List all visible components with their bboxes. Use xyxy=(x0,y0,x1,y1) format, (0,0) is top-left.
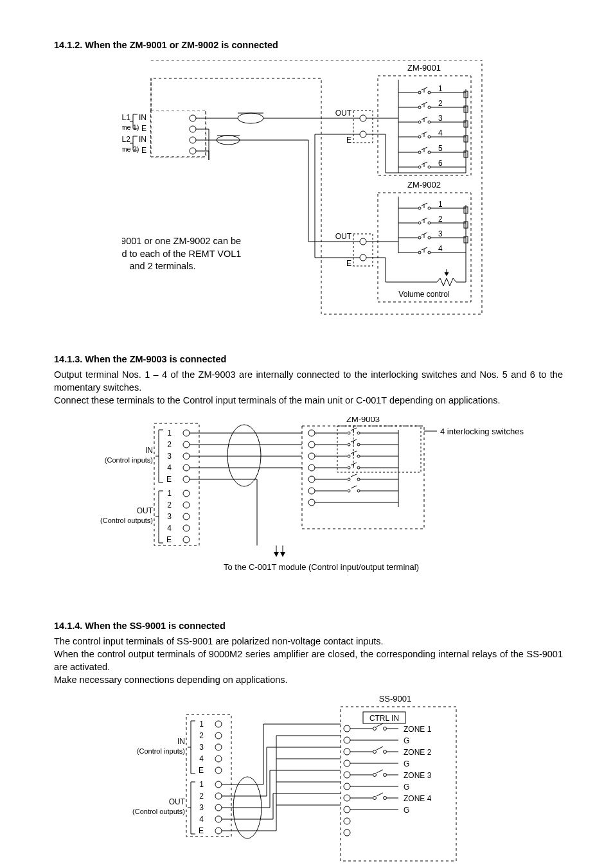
svg-point-53 xyxy=(428,151,431,154)
svg-point-268 xyxy=(384,750,387,754)
svg-point-251 xyxy=(344,748,350,755)
svg-point-219 xyxy=(215,781,222,788)
zm9001-label: ZM-9001 xyxy=(407,63,441,73)
svg-point-124 xyxy=(183,430,190,436)
svg-text:3: 3 xyxy=(199,743,204,752)
svg-text:1: 1 xyxy=(199,720,204,729)
svg-point-152 xyxy=(308,476,315,483)
svg-text:5: 5 xyxy=(291,475,296,484)
svg-point-274 xyxy=(384,774,387,777)
section-1412-header: 14.1.2. When the ZM-9001 or ZM-9002 is c… xyxy=(54,39,563,51)
svg-point-220 xyxy=(215,793,222,799)
svg-line-181 xyxy=(351,474,357,477)
remt1-e: E xyxy=(141,124,147,133)
out-1: OUT xyxy=(335,109,352,118)
svg-point-29 xyxy=(428,91,431,94)
figure-1414: 1 2 3 4 E 1 2 3 4 E IN (Control inputs) … xyxy=(54,695,563,868)
remt2-in: IN xyxy=(139,135,147,144)
svg-point-159 xyxy=(357,432,360,434)
zm9002-label: ZM-9002 xyxy=(407,180,441,190)
svg-point-102 xyxy=(428,251,431,254)
zm9001-sw1: 1 xyxy=(438,84,443,93)
svg-text:E: E xyxy=(199,766,204,775)
svg-point-257 xyxy=(344,818,350,824)
svg-point-254 xyxy=(344,783,350,790)
svg-point-87 xyxy=(418,222,421,224)
remt2-e: E xyxy=(141,146,147,155)
svg-text:1: 1 xyxy=(167,489,172,498)
svg-text:2: 2 xyxy=(167,500,172,509)
svg-text:E: E xyxy=(166,475,172,484)
volctrl-label: Volume control xyxy=(398,290,449,299)
svg-point-149 xyxy=(308,441,315,448)
svg-point-171 xyxy=(357,455,360,457)
svg-rect-113 xyxy=(154,423,199,545)
s1414-body1: The control input terminals of SS-9001 a… xyxy=(54,635,563,648)
svg-point-250 xyxy=(344,737,350,743)
svg-text:3: 3 xyxy=(291,452,296,461)
svg-point-148 xyxy=(308,430,315,436)
remt2-sub: (Remote volume 2) xyxy=(122,145,139,153)
figure-1413: 1 2 3 4 E 1 2 3 4 E IN (Control inputs) … xyxy=(54,417,563,587)
ctrlin-label: CTRL IN xyxy=(369,714,399,723)
svg-text:6: 6 xyxy=(291,487,296,496)
svg-text:2: 2 xyxy=(366,441,370,449)
svg-point-26 xyxy=(418,91,421,94)
svg-point-125 xyxy=(183,441,190,448)
svg-text:3: 3 xyxy=(167,512,172,521)
svg-text:4: 4 xyxy=(199,815,204,824)
remt1-sub: (Remote volume 1) xyxy=(122,123,139,131)
svg-text:2: 2 xyxy=(199,792,204,801)
zm9001-sw6: 6 xyxy=(438,159,443,168)
svg-point-216 xyxy=(215,744,222,750)
remt1-label: REMT VOL1 xyxy=(122,113,130,122)
svg-text:2: 2 xyxy=(167,440,172,449)
svg-point-90 xyxy=(428,222,431,224)
svg-text:OUT: OUT xyxy=(169,797,186,806)
svg-point-2 xyxy=(190,115,196,121)
remt1-in: IN xyxy=(139,113,147,122)
section-1413-body: Output terminal Nos. 1 – 4 of the ZM-900… xyxy=(54,368,563,407)
svg-text:5: 5 xyxy=(366,476,370,484)
svg-text:3: 3 xyxy=(167,452,172,461)
note-body: One ZM-9001 or one ZM-9002 can be connec… xyxy=(122,235,246,273)
svg-point-218 xyxy=(215,767,222,774)
s1414-body2: When the control output terminals of 900… xyxy=(54,648,563,673)
e-1: E xyxy=(346,136,351,145)
svg-point-253 xyxy=(344,772,350,778)
svg-text:E: E xyxy=(166,535,172,544)
svg-point-214 xyxy=(215,721,222,727)
svg-point-217 xyxy=(215,756,222,762)
svg-point-32 xyxy=(418,106,421,109)
svg-point-249 xyxy=(344,725,350,732)
zm9002-sw3: 3 xyxy=(438,229,443,238)
svg-text:IN: IN xyxy=(177,737,185,746)
svg-point-59 xyxy=(428,166,431,168)
ctrl-out-label: (Control outputs) xyxy=(100,517,153,524)
section-1414-body: The control input terminals of SS-9001 a… xyxy=(54,635,563,686)
figure-1412: IN E IN E ZM-9001 OUT E 1 2 3 4 5 6 xyxy=(54,60,563,321)
svg-point-93 xyxy=(418,236,421,239)
remt2-label: REMT VOL2 xyxy=(122,135,130,144)
svg-text:2: 2 xyxy=(199,731,204,740)
svg-point-133 xyxy=(183,536,190,543)
svg-point-129 xyxy=(183,490,190,497)
svg-point-260 xyxy=(373,727,377,731)
interlocking-label: 4 interlocking switches xyxy=(440,427,524,436)
svg-point-44 xyxy=(418,136,421,138)
section-1414-header: 14.1.4. When the SS-9001 is connected xyxy=(54,619,563,632)
svg-point-280 xyxy=(384,797,387,800)
svg-point-17 xyxy=(360,131,366,137)
svg-point-272 xyxy=(373,774,377,777)
svg-point-41 xyxy=(428,121,431,123)
svg-point-256 xyxy=(344,806,350,813)
svg-rect-247 xyxy=(341,707,456,861)
fig1413-caption: To the C-001T module (Control input/outp… xyxy=(224,562,419,572)
svg-point-262 xyxy=(384,727,387,731)
svg-point-266 xyxy=(373,750,377,754)
svg-point-5 xyxy=(190,148,196,154)
svg-point-81 xyxy=(418,207,421,209)
svg-point-222 xyxy=(215,816,222,822)
svg-text:E: E xyxy=(291,499,296,508)
svg-text:2: 2 xyxy=(291,441,296,450)
